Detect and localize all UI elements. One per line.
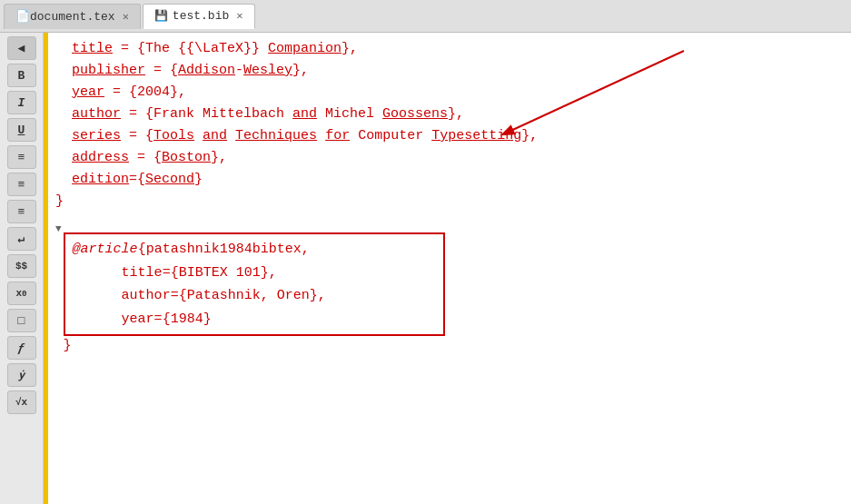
dollar-button[interactable]: $$ <box>7 254 36 278</box>
save-icon: 💾 <box>154 9 168 23</box>
code-line-year: year = {2004}, <box>55 82 844 104</box>
collapse-arrow[interactable]: ▼ <box>55 223 62 234</box>
back-button[interactable]: ◀ <box>7 36 36 60</box>
article-author-field: author={Patashnik, Oren}, <box>73 284 436 308</box>
code-line-title: title = {The {{\LaTeX}} Companion}, <box>55 38 844 60</box>
article-header: @article{patashnik1984bibtex, <box>73 238 436 262</box>
code-line-address: address = {Boston}, <box>55 147 844 169</box>
file-icon: 📄 <box>15 9 30 24</box>
tab-test-bib[interactable]: 💾 test.bib ✕ <box>143 4 255 29</box>
underline-button[interactable]: U <box>7 118 36 142</box>
code-line-series: series = {Tools and Techniques for Compu… <box>55 125 844 147</box>
tab-document-tex[interactable]: 📄 document.tex ✕ <box>4 4 141 29</box>
tab-label-document: document.tex <box>30 10 115 24</box>
sqrt-button[interactable]: √x <box>7 390 36 414</box>
italic-button[interactable]: I <box>7 91 36 114</box>
code-line-author: author = {Frank Mittelbach and Michel Go… <box>55 104 844 125</box>
align-center-button[interactable]: ≡ <box>7 173 36 196</box>
tab-bar: 📄 document.tex ✕ 💾 test.bib ✕ <box>0 0 851 33</box>
left-toolbar: ◀ B I U ≡ ≡ ≡ ↵ $$ x0 □ ƒ ẏ √x <box>0 33 44 504</box>
func-button[interactable]: ƒ <box>7 336 36 360</box>
article-year-field: year={1984} <box>73 308 436 331</box>
article-title-field: title={BIBTEX 101}, <box>73 262 436 285</box>
close-tab-document[interactable]: ✕ <box>123 10 129 24</box>
enter-button[interactable]: ↵ <box>7 227 36 251</box>
align-right-button[interactable]: ≡ <box>7 200 36 223</box>
align-left-button[interactable]: ≡ <box>7 145 36 169</box>
subscript-button[interactable]: x0 <box>7 282 36 305</box>
frac-button[interactable]: ẏ <box>7 363 36 387</box>
close-tab-testbib[interactable]: ✕ <box>236 9 242 23</box>
code-editor[interactable]: title = {The {{\LaTeX}} Companion}, publ… <box>48 33 851 504</box>
article-block: @article{patashnik1984bibtex, title={BIB… <box>64 232 445 336</box>
article-closing-brace: } <box>64 338 844 353</box>
article-section: ▼ @article{patashnik1984bibtex, title={B… <box>55 223 844 353</box>
bold-button[interactable]: B <box>7 64 36 87</box>
main-layout: ◀ B I U ≡ ≡ ≡ ↵ $$ x0 □ ƒ ẏ √x title = {… <box>0 33 851 504</box>
code-line-edition: edition={Second} <box>55 169 844 191</box>
box-button[interactable]: □ <box>7 309 36 332</box>
code-line-closing-brace: } <box>55 191 844 212</box>
code-line-publisher: publisher = {Addison-Wesley}, <box>55 60 844 82</box>
tab-label-testbib: test.bib <box>173 9 229 23</box>
